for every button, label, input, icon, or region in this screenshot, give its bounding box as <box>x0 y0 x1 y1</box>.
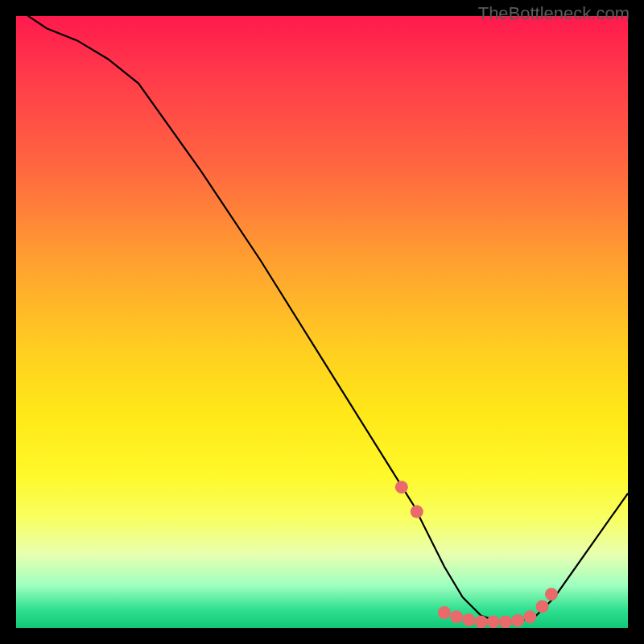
marker-point <box>545 588 558 601</box>
marker-point <box>475 615 488 628</box>
marker-point <box>487 615 500 628</box>
marker-point <box>462 613 475 626</box>
marker-point <box>523 610 536 623</box>
marker-point <box>536 600 549 613</box>
marker-point <box>511 614 524 627</box>
marker-point <box>395 481 408 493</box>
watermark: TheBottleneck.com <box>478 3 630 24</box>
marker-point <box>450 610 463 623</box>
marker-point <box>499 615 512 628</box>
marker-point <box>438 606 451 619</box>
chart-plot-area <box>16 16 628 628</box>
marker-group <box>395 481 558 628</box>
marker-point <box>411 506 423 518</box>
chart-svg <box>16 16 628 628</box>
curve-path <box>16 16 628 621</box>
